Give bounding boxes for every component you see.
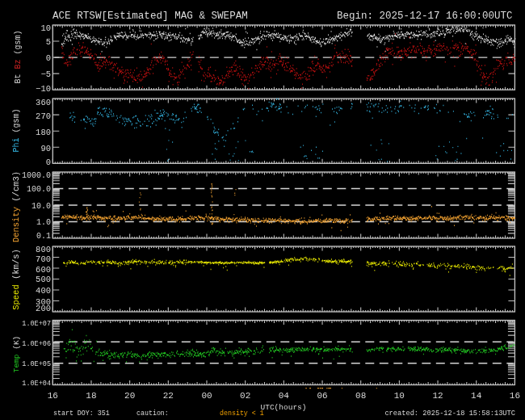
svg-text:270: 270 bbox=[36, 111, 51, 121]
svg-text:10: 10 bbox=[394, 391, 405, 401]
svg-text:Phi (gsm): Phi (gsm) bbox=[12, 108, 21, 152]
svg-text:16: 16 bbox=[510, 391, 520, 401]
svg-text:10: 10 bbox=[40, 23, 51, 33]
svg-text:Bt Bz (gsm): Bt Bz (gsm) bbox=[14, 30, 23, 83]
svg-text:1000.0: 1000.0 bbox=[22, 171, 51, 180]
svg-text:1.0E+05: 1.0E+05 bbox=[22, 360, 51, 368]
svg-text:Density (/cm3): Density (/cm3) bbox=[11, 171, 21, 242]
svg-text:22: 22 bbox=[163, 391, 174, 401]
svg-text:12: 12 bbox=[432, 391, 443, 401]
svg-text:density < 1: density < 1 bbox=[220, 410, 264, 417]
svg-text:1.0E+07: 1.0E+07 bbox=[22, 320, 51, 328]
svg-text:90: 90 bbox=[40, 144, 51, 153]
svg-text:06: 06 bbox=[317, 391, 327, 401]
svg-text:04: 04 bbox=[279, 391, 290, 401]
svg-text:−5: −5 bbox=[40, 69, 51, 79]
svg-text:08: 08 bbox=[355, 391, 366, 401]
svg-text:start DOY: 351: start DOY: 351 bbox=[53, 410, 110, 417]
svg-text:14: 14 bbox=[471, 391, 482, 401]
svg-text:10.0: 10.0 bbox=[32, 202, 51, 211]
svg-text:1.0: 1.0 bbox=[36, 218, 51, 227]
svg-text:Speed (km/s): Speed (km/s) bbox=[11, 249, 21, 310]
svg-text:700: 700 bbox=[36, 254, 51, 264]
svg-text:02: 02 bbox=[240, 391, 250, 401]
svg-text:16: 16 bbox=[48, 391, 58, 401]
svg-text:18: 18 bbox=[86, 391, 96, 401]
svg-text:500: 500 bbox=[36, 275, 51, 284]
svg-text:200: 200 bbox=[36, 304, 51, 313]
svg-text:0.1: 0.1 bbox=[36, 232, 51, 241]
svg-text:−10: −10 bbox=[36, 84, 51, 94]
svg-text:180: 180 bbox=[36, 128, 51, 137]
svg-text:Temp (K): Temp (K) bbox=[12, 336, 21, 373]
svg-text:20: 20 bbox=[124, 391, 135, 401]
svg-text:created: 2025-12-18 15:58:13UT: created: 2025-12-18 15:58:13UTC bbox=[384, 410, 515, 418]
svg-text:caution:: caution: bbox=[136, 410, 169, 417]
svg-text:400: 400 bbox=[36, 286, 51, 296]
svg-text:Begin: 2025-12-17 16:00:00UTC: Begin: 2025-12-17 16:00:00UTC bbox=[337, 10, 513, 22]
svg-text:1.0E+06: 1.0E+06 bbox=[22, 340, 51, 348]
svg-text:100.0: 100.0 bbox=[27, 185, 51, 194]
svg-text:800: 800 bbox=[36, 245, 51, 254]
svg-text:600: 600 bbox=[36, 265, 51, 275]
svg-text:ACE RTSW[Estimated] MAG & SWEP: ACE RTSW[Estimated] MAG & SWEPAM bbox=[52, 10, 248, 22]
svg-text:UTC(hours): UTC(hours) bbox=[260, 403, 306, 412]
svg-text:360: 360 bbox=[36, 98, 51, 107]
svg-text:5: 5 bbox=[46, 37, 51, 47]
svg-text:00: 00 bbox=[201, 391, 212, 401]
svg-text:0: 0 bbox=[46, 158, 51, 167]
svg-text:0: 0 bbox=[46, 53, 51, 63]
svg-text:1.0E+04: 1.0E+04 bbox=[22, 380, 51, 388]
